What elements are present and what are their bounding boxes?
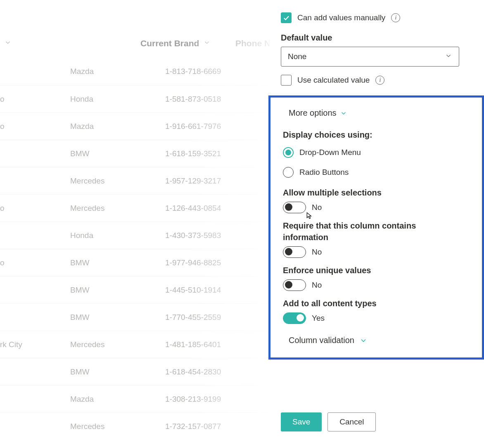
cell-city: o	[0, 122, 70, 131]
all-content-types-toggle[interactable]	[283, 312, 306, 324]
use-calculated-label: Use calculated value	[297, 76, 370, 85]
highlighted-options-box: More options Display choices using: Drop…	[268, 95, 484, 360]
cell-brand: BMW	[70, 258, 165, 267]
chevron-down-icon	[445, 52, 452, 62]
cell-phone: 1-916-661-7976	[165, 122, 260, 131]
cell-phone: 1-481-185-6401	[165, 340, 260, 349]
cell-brand: Honda	[70, 231, 165, 240]
cell-brand: BMW	[70, 149, 165, 158]
cell-brand: Mazda	[70, 122, 165, 131]
more-options-label: More options	[289, 108, 337, 118]
column-validation-label: Column validation	[289, 336, 354, 345]
cell-brand: Mercedes	[70, 176, 165, 186]
cell-brand: Mercedes	[70, 422, 165, 431]
cell-phone: 1-732-157-0877	[165, 422, 260, 431]
radio-label: Drop-Down Menu	[299, 148, 361, 157]
radio-button[interactable]	[283, 167, 294, 178]
use-calculated-checkbox[interactable]	[281, 75, 292, 86]
require-info-value: No	[312, 248, 322, 257]
cell-brand: Honda	[70, 95, 165, 104]
cell-phone: 1-770-455-2559	[165, 313, 260, 322]
cell-phone: 1-813-718-6669	[165, 67, 260, 76]
panel-footer: Save Cancel	[281, 412, 459, 440]
cell-brand: Mazda	[70, 67, 165, 76]
default-value-select[interactable]: None	[281, 47, 459, 67]
display-choices-label: Display choices using:	[283, 130, 457, 140]
cell-city: o	[0, 204, 70, 213]
cell-city: o	[0, 258, 70, 267]
chevron-down-icon	[4, 38, 12, 48]
chevron-down-icon	[203, 38, 211, 48]
all-content-types-label: Add to all content types	[283, 298, 457, 309]
cell-phone: 1-308-213-9199	[165, 395, 260, 404]
cancel-button[interactable]: Cancel	[327, 412, 376, 431]
use-calculated-row: Use calculated value i	[281, 75, 459, 86]
can-add-manually-checkbox[interactable]	[281, 12, 292, 23]
radio-button[interactable]	[283, 147, 294, 158]
more-options-toggle[interactable]: More options	[283, 108, 457, 118]
info-icon[interactable]: i	[391, 13, 400, 22]
cell-brand: Mercedes	[70, 340, 165, 349]
enforce-unique-value: No	[312, 281, 322, 290]
radio-label: Radio Buttons	[299, 168, 349, 177]
allow-multiple-value: No	[312, 203, 322, 212]
cell-city: o	[0, 95, 70, 104]
cell-phone: 1-977-946-8825	[165, 258, 260, 267]
cell-phone: 1-445-510-1914	[165, 286, 260, 295]
all-content-types-value: Yes	[312, 314, 325, 323]
allow-multiple-toggle[interactable]	[283, 202, 306, 213]
cell-phone: 1-430-373-5983	[165, 231, 260, 240]
column-header-label: Current Brand	[140, 38, 199, 48]
cell-brand: Mazda	[70, 395, 165, 404]
column-header-city[interactable]	[0, 38, 70, 48]
require-info-toggle[interactable]	[283, 246, 306, 258]
allow-multiple-label: Allow multiple selections	[283, 187, 457, 198]
cell-brand: Mercedes	[70, 204, 165, 213]
cell-phone: 1-581-873-0518	[165, 95, 260, 104]
radio-dropdown-menu[interactable]: Drop-Down Menu	[283, 147, 457, 158]
column-header-brand[interactable]: Current Brand	[140, 38, 235, 48]
cell-brand: BMW	[70, 286, 165, 295]
can-add-manually-row: Can add values manually i	[281, 12, 459, 23]
column-validation-toggle[interactable]: Column validation	[283, 336, 457, 345]
info-icon[interactable]: i	[375, 76, 384, 85]
cell-phone: 1-957-129-3217	[165, 176, 260, 186]
default-value-text: None	[288, 52, 306, 61]
enforce-unique-label: Enforce unique values	[283, 265, 457, 276]
can-add-manually-label: Can add values manually	[297, 13, 385, 22]
require-info-label: Require that this column contains inform…	[283, 220, 457, 243]
column-settings-panel: Can add values manually i Default value …	[269, 0, 484, 448]
radio-radio-buttons[interactable]: Radio Buttons	[283, 167, 457, 178]
cell-phone: 1-126-443-0854	[165, 204, 260, 213]
cell-phone: 1-618-454-2830	[165, 367, 260, 377]
cell-phone: 1-618-159-3521	[165, 149, 260, 158]
enforce-unique-toggle[interactable]	[283, 279, 306, 291]
default-value-label: Default value	[281, 33, 459, 43]
save-button[interactable]: Save	[281, 412, 322, 431]
cell-brand: BMW	[70, 367, 165, 377]
cell-city: rk City	[0, 340, 70, 349]
cell-brand: BMW	[70, 313, 165, 322]
